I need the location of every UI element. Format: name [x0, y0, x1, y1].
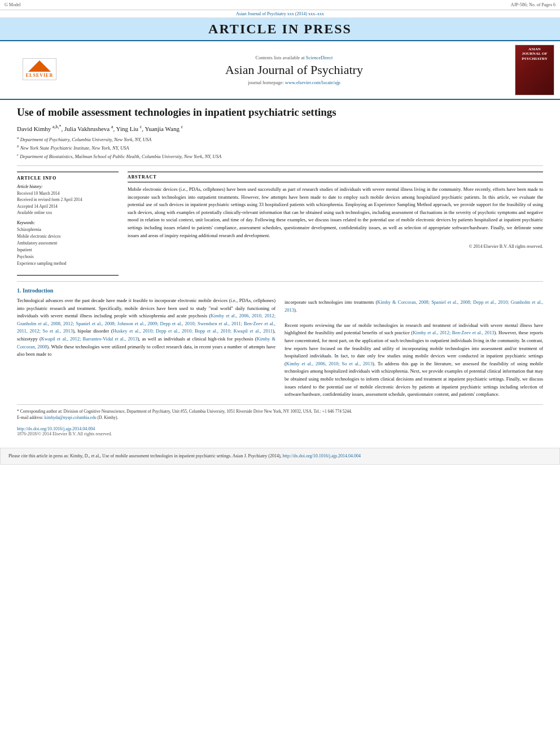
bottom-links: http://dx.doi.org/10.1016/j.ajp.2014.04.… — [17, 425, 543, 436]
journal-homepage: journal homepage: www.elsevier.com/locat… — [73, 80, 515, 85]
top-bar: G Model AJP-586; No. of Pages 6 — [0, 0, 560, 10]
intro-heading: 1. Introduction — [17, 287, 275, 294]
homepage-label: journal homepage: — [248, 80, 284, 85]
affil-c: Department of Biostatistics, Mailman Sch… — [20, 153, 221, 159]
keyword-4: Inpatient — [17, 247, 119, 254]
keywords-section: Keywords: Schizophrenia Mobile electroni… — [17, 220, 119, 267]
intro-body-left: Technological advances over the past dec… — [17, 297, 275, 359]
ref-link-6[interactable]: Kimhy et al., 2012; Ben-Zeev et al., 201… — [413, 330, 494, 335]
keyword-3: Ambulatory assessment — [17, 240, 119, 247]
doi-link[interactable]: http://dx.doi.org/10.1016/j.ajp.2014.04.… — [17, 426, 95, 431]
keyword-1: Schizophrenia — [17, 226, 119, 233]
received-text: Received 10 March 2014 — [17, 190, 119, 196]
intro-section: 1. Introduction Technological advances o… — [17, 287, 543, 399]
article-id: AJP-586; No. of Pages 6 — [511, 2, 555, 7]
g-model-label: G Model — [5, 2, 21, 7]
ref-link-5[interactable]: Kimhy & Corcoran, 2008; Spaniel et al., … — [285, 299, 543, 313]
bottom-copyright: 1876-2018/© 2014 Elsevier B.V. All right… — [17, 431, 543, 436]
abstract-section: ABSTRACT Mobile electronic devices (i.e.… — [128, 172, 543, 276]
ref-link-2[interactable]: Huskey et al., 2010; Depp et al., 2010; … — [113, 328, 273, 334]
article-title: Use of mobile assessment technologies in… — [17, 106, 543, 120]
banner-text: ARTICLE IN PRESS — [208, 21, 352, 36]
elsevier-logo-box: ELSEVIER — [23, 58, 56, 80]
history-label: Article history: — [17, 184, 119, 189]
affil-a: Department of Psychiatry, Columbia Unive… — [20, 137, 152, 142]
ref-link-7[interactable]: Kimhy et al., 2006, 2010; So et al., 201… — [286, 361, 373, 366]
journal-logo-area: ELSEVIER — [6, 58, 73, 82]
authors-line: David Kimhy a,b,*, Julia Vakhrusheva a, … — [17, 124, 543, 132]
history-section: Article history: Received 10 March 2014 … — [17, 184, 119, 216]
intro-right-col: incorporate such technologies into treat… — [285, 287, 543, 399]
divider-1 — [17, 165, 543, 166]
intro-body-right: incorporate such technologies into treat… — [285, 299, 543, 399]
footnote-section: * Corresponding author at: Division of C… — [17, 404, 543, 421]
copyright-text: © 2014 Elsevier B.V. All rights reserved… — [128, 244, 543, 249]
homepage-link[interactable]: www.elsevier.com/locate/ajp — [285, 80, 340, 85]
sciencedirect-link[interactable]: ScienceDirect — [306, 55, 333, 60]
keyword-5: Psychosis — [17, 254, 119, 260]
affil-b: New York State Psychiatric Institute, Ne… — [20, 145, 129, 151]
abstract-title: ABSTRACT — [128, 172, 543, 182]
doi-top-text: Asian Journal of Psychiatry xxx (2014) x… — [236, 11, 324, 16]
journal-header: ELSEVIER Contents lists available at Sci… — [0, 41, 560, 100]
keyword-2: Mobile electronic devices — [17, 233, 119, 240]
journal-center: Contents lists available at ScienceDirec… — [73, 55, 515, 85]
email-link[interactable]: kimhyda@nyspi.columbia.edu — [45, 415, 97, 420]
doi-top-bar: Asian Journal of Psychiatry xxx (2014) x… — [0, 10, 560, 18]
info-abstract-columns: ARTICLE INFO Article history: Received 1… — [17, 172, 543, 276]
available-text: Available online xxx — [17, 209, 119, 216]
elsevier-triangle-icon — [28, 60, 51, 72]
keyword-6: Experience sampling method — [17, 260, 119, 267]
article-info-title: ARTICLE INFO — [17, 176, 119, 181]
revised-text: Received in revised form 2 April 2014 — [17, 196, 119, 203]
intro-left-col: 1. Introduction Technological advances o… — [17, 287, 275, 399]
cite-bar: Please cite this article in press as: Ki… — [0, 448, 560, 465]
article-in-press-banner: ARTICLE IN PRESS — [0, 18, 560, 41]
abstract-text: Mobile electronic devices (i.e., PDAs, c… — [128, 186, 543, 239]
article-info-box: ARTICLE INFO Article history: Received 1… — [17, 172, 119, 276]
divider-2 — [17, 281, 543, 282]
keywords-list: Schizophrenia Mobile electronic devices … — [17, 226, 119, 267]
doi-link-line: http://dx.doi.org/10.1016/j.ajp.2014.04.… — [17, 425, 543, 431]
journal-cover-image: ASIANJOURNAL OFPSYCHIATRY — [515, 45, 554, 95]
accepted-text: Accepted 14 April 2014 — [17, 203, 119, 209]
contents-text: Contents lists available at — [256, 55, 305, 60]
keywords-label: Keywords: — [17, 220, 119, 225]
cover-label: ASIANJOURNAL OFPSYCHIATRY — [520, 45, 549, 63]
cite-doi-link[interactable]: http://dx.doi.org/10.1016/j.ajp.2014.04.… — [283, 453, 361, 458]
journal-title: Asian Journal of Psychiatry — [73, 63, 515, 77]
elsevier-text: ELSEVIER — [26, 73, 53, 78]
main-content: Use of mobile assessment technologies in… — [0, 100, 560, 442]
cite-text: Please cite this article in press as: Ki… — [8, 453, 282, 458]
footnote-corresponding: * Corresponding author at: Division of C… — [17, 408, 543, 414]
ref-link-3[interactable]: Kwapil et al., 2012; Barrantes-Vidal et … — [41, 336, 138, 342]
affiliations: a Department of Psychiatry, Columbia Uni… — [17, 135, 543, 160]
footnote-email: E-mail address: kimhyda@nyspi.columbia.e… — [17, 414, 543, 421]
contents-line: Contents lists available at ScienceDirec… — [73, 55, 515, 60]
